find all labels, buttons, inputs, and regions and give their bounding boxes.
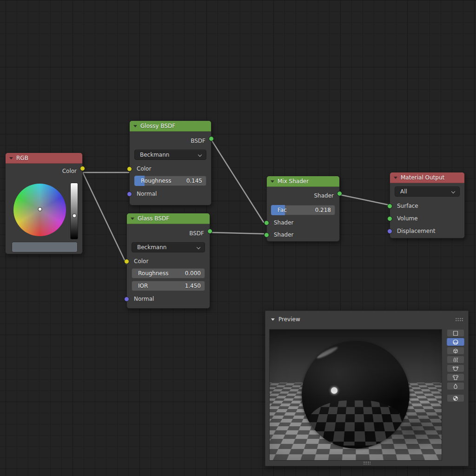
surface-input-label: Surface	[397, 203, 418, 209]
shirt-cloth-icon	[452, 374, 459, 381]
collapse-arrow-icon[interactable]	[394, 177, 397, 179]
preview-shape-sphere-button[interactable]	[447, 338, 464, 346]
glass-color-input-label: Color	[134, 258, 148, 264]
preview-shape-cube-button[interactable]	[447, 347, 464, 355]
rgb-color-output-label: Color	[62, 168, 77, 174]
glossy-normal-input-socket[interactable]	[127, 192, 132, 197]
slider-label: Roughness	[141, 176, 171, 186]
chevron-down-icon	[452, 190, 455, 193]
color-wheel[interactable]	[13, 184, 66, 236]
hair-strands-icon	[452, 357, 459, 363]
node-mix-header[interactable]: Mix Shader	[267, 176, 339, 187]
glass-roughness-slider[interactable]: Roughness 0.000	[132, 268, 205, 278]
preview-shape-flat-button[interactable]	[447, 329, 464, 337]
glossy-roughness-slider[interactable]: Roughness 0.145	[134, 176, 206, 186]
glass-ior-slider[interactable]: IOR 1.450	[132, 281, 205, 291]
node-material-output[interactable]: Material Output All Surface Volume Displ…	[390, 172, 465, 238]
color-wheel-cursor[interactable]	[38, 207, 42, 212]
node-material-output-header[interactable]: Material Output	[390, 172, 464, 183]
chevron-down-icon	[198, 153, 202, 157]
preview-shape-hair-button[interactable]	[447, 356, 464, 364]
volume-input-label: Volume	[397, 215, 418, 222]
wire-mix-to-output	[340, 195, 389, 205]
volume-input-socket[interactable]	[387, 216, 392, 221]
value-slider-handle[interactable]	[72, 213, 76, 218]
node-glossy-header[interactable]: Glossy BSDF	[130, 121, 211, 132]
glossy-distribution-dropdown[interactable]: Beckmann	[134, 150, 206, 160]
node-glossy-bsdf[interactable]: Glossy BSDF BSDF Beckmann Color Roughnes…	[129, 120, 212, 205]
color-swatch[interactable]	[12, 242, 78, 252]
slider-label: Roughness	[138, 268, 168, 278]
mix-shader-output-label: Shader	[314, 192, 334, 199]
glass-color-input-socket[interactable]	[124, 259, 129, 264]
preview-shape-monkey-button[interactable]	[447, 364, 464, 372]
wire-glossy-to-mix	[212, 141, 264, 222]
mix-fac-slider[interactable]: Fac 0.218	[271, 205, 335, 215]
slider-label: IOR	[138, 281, 148, 291]
surface-input-row: Surface	[390, 202, 464, 210]
preview-panel-title: Preview	[278, 316, 300, 323]
preview-world-button[interactable]	[447, 394, 464, 402]
preview-panel[interactable]: Preview	[265, 311, 469, 466]
collapse-arrow-icon[interactable]	[271, 318, 275, 321]
mix-shader1-input-socket[interactable]	[264, 220, 269, 225]
slider-value: 0.000	[185, 268, 201, 278]
glass-bsdf-output-row: BSDF	[127, 230, 210, 238]
glass-color-input-row: Color	[127, 258, 210, 265]
collapse-arrow-icon[interactable]	[271, 180, 274, 183]
node-glass-header[interactable]: Glass BSDF	[127, 213, 210, 224]
node-title: Glossy BSDF	[140, 123, 175, 129]
node-editor-canvas[interactable]: RGB Color Glossy BSDF BSDF Beckmann	[0, 0, 476, 476]
fluid-droplet-icon	[452, 383, 459, 390]
volume-input-row: Volume	[390, 215, 464, 223]
glossy-color-input-socket[interactable]	[127, 166, 132, 172]
button-gap	[447, 391, 465, 393]
node-rgb-header[interactable]: RGB	[6, 153, 82, 164]
glossy-normal-input-label: Normal	[137, 191, 157, 197]
output-target-value: All	[400, 188, 407, 195]
rgb-color-output-row: Color	[6, 167, 82, 175]
rgb-color-output-socket[interactable]	[80, 166, 85, 171]
mix-shader2-input-row: Shader	[267, 231, 339, 239]
mix-shader-output-socket[interactable]	[337, 191, 342, 196]
node-glass-bsdf[interactable]: Glass BSDF BSDF Beckmann Color Roughness…	[126, 213, 210, 309]
node-title: Mix Shader	[278, 178, 309, 185]
collapse-arrow-icon[interactable]	[133, 125, 137, 127]
viewport-depth-fade	[270, 330, 442, 460]
panel-drag-grip-icon[interactable]	[455, 317, 463, 321]
glass-normal-input-row: Normal	[127, 295, 210, 303]
glossy-bsdf-output-socket[interactable]	[209, 136, 214, 141]
node-rgb[interactable]: RGB Color	[5, 152, 83, 254]
preview-panel-header[interactable]: Preview	[265, 311, 468, 328]
preview-shape-fluid-button[interactable]	[447, 382, 464, 390]
slider-value: 1.450	[185, 281, 201, 291]
displacement-input-socket[interactable]	[387, 229, 392, 234]
glossy-distribution-value: Beckmann	[140, 152, 169, 158]
glass-distribution-dropdown[interactable]: Beckmann	[132, 242, 205, 252]
output-target-dropdown[interactable]: All	[395, 186, 460, 197]
wire-rgb-to-glass	[83, 172, 126, 264]
preview-shape-cloth-button[interactable]	[447, 373, 464, 381]
world-environment-icon	[452, 395, 459, 402]
glass-bsdf-output-socket[interactable]	[207, 229, 212, 234]
slider-value: 0.218	[315, 205, 331, 215]
value-slider[interactable]	[70, 183, 78, 239]
preview-shape-buttons	[447, 329, 465, 402]
glass-distribution-value: Beckmann	[137, 244, 166, 251]
surface-input-socket[interactable]	[387, 204, 392, 209]
node-mix-shader[interactable]: Mix Shader Shader Fac 0.218 Shader Shade…	[266, 176, 340, 242]
wire-glass-to-mix	[210, 232, 264, 234]
displacement-input-label: Displacement	[397, 228, 436, 234]
mix-shader2-input-socket[interactable]	[264, 232, 269, 238]
flat-plane-icon	[452, 330, 459, 337]
collapse-arrow-icon[interactable]	[9, 157, 13, 159]
cube-icon	[452, 348, 459, 354]
glossy-color-input-row: Color	[130, 165, 211, 173]
glass-normal-input-socket[interactable]	[124, 297, 129, 302]
sphere-icon	[452, 339, 459, 345]
collapse-arrow-icon[interactable]	[131, 218, 134, 220]
displacement-input-row: Displacement	[390, 227, 464, 235]
panel-resize-grip-icon[interactable]	[363, 461, 370, 464]
mix-shader-output-row: Shader	[267, 192, 339, 200]
glossy-bsdf-output-label: BSDF	[191, 138, 205, 144]
